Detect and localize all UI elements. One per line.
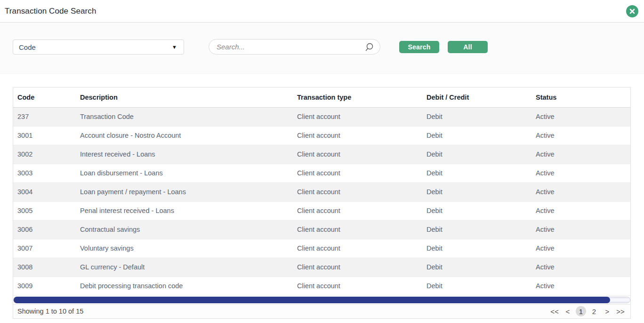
pagination-page-1[interactable]: 1 — [576, 306, 586, 316]
cell-description: Interest received - Loans — [76, 145, 293, 164]
table-header-row: Code Description Transaction type Debit … — [13, 87, 630, 107]
cell-status: Active — [531, 126, 630, 145]
column-header-status: Status — [531, 87, 630, 107]
table-row[interactable]: 3005Penal interest received - LoansClien… — [13, 201, 630, 220]
cell-code: 3006 — [13, 220, 76, 239]
table-row[interactable]: 3004Loan payment / repayment - LoansClie… — [13, 182, 630, 201]
pagination-page-2[interactable]: 2 — [589, 306, 599, 316]
cell-debit-credit: Debit — [422, 220, 531, 239]
cell-status: Active — [531, 276, 630, 295]
table-row[interactable]: 237Transaction CodeClient accountDebitAc… — [13, 107, 630, 126]
pagination: << < 12 > >> — [549, 306, 626, 316]
cell-code: 3004 — [13, 182, 76, 201]
cell-transaction-type: Client account — [293, 145, 422, 164]
cell-status: Active — [531, 164, 630, 182]
cell-code: 3008 — [13, 258, 76, 276]
cell-description: Voluntary savings — [76, 239, 293, 258]
filter-bar: Code ▼ Search All — [0, 23, 644, 74]
table-row[interactable]: 3008GL currency - DefaultClient accountD… — [13, 258, 630, 276]
cell-description: GL currency - Default — [76, 258, 293, 276]
cell-debit-credit: Debit — [422, 182, 531, 201]
dialog-header: Transaction Code Search — [0, 0, 644, 23]
column-header-debit-credit: Debit / Credit — [422, 87, 531, 107]
table-row[interactable]: 3002Interest received - LoansClient acco… — [13, 145, 630, 164]
cell-status: Active — [531, 239, 630, 258]
cell-transaction-type: Client account — [293, 182, 422, 201]
cell-debit-credit: Debit — [422, 164, 531, 182]
all-button[interactable]: All — [448, 41, 488, 53]
cell-transaction-type: Client account — [293, 126, 422, 145]
pagination-prev[interactable]: < — [563, 306, 573, 316]
pagination-first[interactable]: << — [549, 306, 560, 316]
cell-transaction-type: Client account — [293, 220, 422, 239]
pagination-next[interactable]: > — [602, 306, 612, 316]
cell-description: Contractual savings — [76, 220, 293, 239]
cell-transaction-type: Client account — [293, 201, 422, 220]
cell-status: Active — [531, 201, 630, 220]
column-header-code: Code — [13, 87, 76, 107]
table-footer: Showing 1 to 10 of 15 << < 12 > >> — [13, 304, 630, 319]
cell-debit-credit: Debit — [422, 126, 531, 145]
table-row[interactable]: 3001Account closure - Nostro AccountClie… — [13, 126, 630, 145]
cell-transaction-type: Client account — [293, 276, 422, 295]
cell-status: Active — [531, 220, 630, 239]
cell-status: Active — [531, 258, 630, 276]
cell-debit-credit: Debit — [422, 258, 531, 276]
cell-debit-credit: Debit — [422, 201, 531, 220]
cell-code: 3002 — [13, 145, 76, 164]
horizontal-scrollbar-thumb[interactable] — [14, 297, 610, 303]
search-icon — [364, 42, 374, 52]
table-row[interactable]: 3003Loan disbursement - LoansClient acco… — [13, 164, 630, 182]
cell-transaction-type: Client account — [293, 239, 422, 258]
cell-status: Active — [531, 145, 630, 164]
pagination-last[interactable]: >> — [615, 306, 626, 316]
cell-description: Loan payment / repayment - Loans — [76, 182, 293, 201]
page-title: Transaction Code Search — [5, 7, 96, 16]
close-icon — [629, 8, 636, 15]
results-table: Code Description Transaction type Debit … — [13, 87, 630, 296]
cell-code: 3001 — [13, 126, 76, 145]
cell-code: 237 — [13, 107, 76, 126]
cell-status: Active — [531, 182, 630, 201]
cell-transaction-type: Client account — [293, 164, 422, 182]
search-input[interactable] — [217, 43, 364, 51]
cell-debit-credit: Debit — [422, 276, 531, 295]
table-row[interactable]: 3009Debit processing transaction codeCli… — [13, 276, 630, 295]
search-box — [209, 39, 380, 55]
close-button[interactable] — [626, 5, 638, 17]
cell-code: 3005 — [13, 201, 76, 220]
cell-transaction-type: Client account — [293, 107, 422, 126]
cell-debit-credit: Debit — [422, 145, 531, 164]
column-header-description: Description — [76, 87, 293, 107]
table-row[interactable]: 3006Contractual savingsClient accountDeb… — [13, 220, 630, 239]
table-row[interactable]: 3007Voluntary savingsClient accountDebit… — [13, 239, 630, 258]
cell-description: Debit processing transaction code — [76, 276, 293, 295]
horizontal-scrollbar-track[interactable] — [13, 297, 630, 303]
cell-code: 3007 — [13, 239, 76, 258]
transaction-code-search-dialog: Transaction Code Search Code ▼ — [0, 0, 644, 323]
search-button[interactable]: Search — [399, 41, 439, 53]
search-field-select[interactable]: Code ▼ — [13, 39, 184, 55]
cell-description: Loan disbursement - Loans — [76, 164, 293, 182]
results-table-card: Code Description Transaction type Debit … — [13, 87, 631, 319]
cell-description: Penal interest received - Loans — [76, 201, 293, 220]
cell-code: 3009 — [13, 276, 76, 295]
column-header-transaction-type: Transaction type — [293, 87, 422, 107]
results-summary: Showing 1 to 10 of 15 — [17, 307, 83, 315]
cell-status: Active — [531, 107, 630, 126]
cell-code: 3003 — [13, 164, 76, 182]
cell-transaction-type: Client account — [293, 258, 422, 276]
cell-description: Transaction Code — [76, 107, 293, 126]
cell-debit-credit: Debit — [422, 239, 531, 258]
cell-debit-credit: Debit — [422, 107, 531, 126]
chevron-down-icon: ▼ — [172, 44, 177, 50]
cell-description: Account closure - Nostro Account — [76, 126, 293, 145]
search-field-selected-value: Code — [19, 43, 36, 51]
